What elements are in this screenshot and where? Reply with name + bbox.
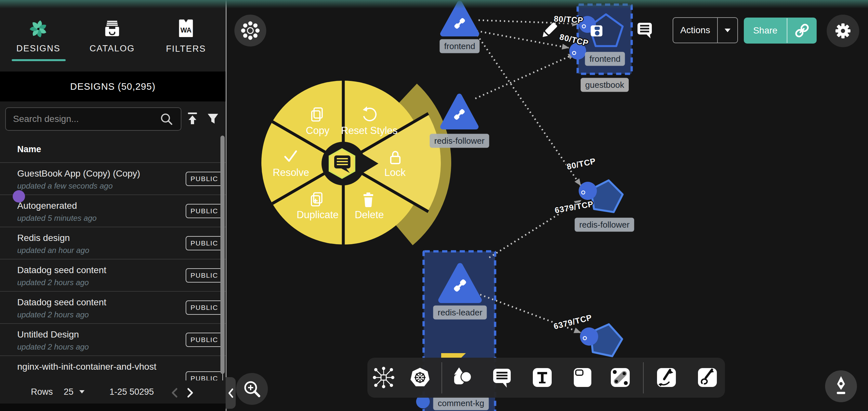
tab-filters[interactable]: WA FILTERS [157,5,215,67]
design-row[interactable]: Redis design updated an hour ago PUBLIC [0,227,226,260]
zoom-in-icon [238,375,266,403]
sidebar-footer [0,404,226,411]
catalog-icon [103,19,122,38]
filter-funnel-icon[interactable] [206,112,220,125]
visibility-badge: PUBLIC [186,204,223,218]
node-label: frontend [439,39,479,53]
canvas-toolbar [367,358,725,398]
pagination-range: 1-25 50295 [107,387,156,397]
next-page-button[interactable] [184,386,196,400]
connection-node-redis-follower[interactable] [443,96,476,127]
search-icon[interactable] [160,113,173,125]
designs-sidebar: DESIGNS CATALOG WA FILTERS DESIGNS (50,2… [0,0,226,411]
visibility-badge: PUBLIC [186,268,223,283]
tab-designs-label: DESIGNS [16,43,60,54]
text-tool-icon[interactable] [530,365,555,390]
node-label: redis-leader [433,306,487,320]
design-name: nginx-with-init-container-and-vhost [17,361,226,372]
chevron-down-icon [725,29,731,32]
edge-label: 80/TCP [554,14,584,25]
node-label: guestbook [581,78,629,92]
copy-link-action[interactable] [787,18,817,43]
pen-nib-icon [825,370,857,402]
designs-count-header: DESIGNS (50,295) [0,71,226,101]
pagination-bar: Rows 25 1-25 50295 [0,380,226,404]
chevron-down-icon[interactable] [79,390,85,393]
design-row[interactable]: Autogenerated updated 5 minutes ago PUBL… [0,195,226,227]
gear-icon [831,19,855,42]
visibility-badge: PUBLIC [186,371,223,380]
visibility-badge: PUBLIC [186,236,223,251]
actions-dropdown[interactable] [718,18,737,42]
visibility-badge: PUBLIC [186,300,223,315]
collaborator-avatar[interactable] [13,190,25,203]
rows-per-page-select[interactable]: 25 [64,387,73,397]
actions-label: Actions [673,18,717,42]
comment-tool-icon[interactable] [489,365,515,390]
node-label: comment-kg [433,397,489,410]
settings-button[interactable] [827,14,859,47]
freehand-draw-tool-icon[interactable] [695,365,720,390]
wasm-filter-icon: WA [177,19,195,39]
node-label: frontend [585,52,625,66]
tab-catalog[interactable]: CATALOG [83,5,142,67]
save-icon[interactable] [591,25,602,36]
design-row[interactable]: Datadog seed content updated 2 hours ago… [0,292,226,324]
list-scrollbar[interactable] [220,136,225,374]
share-label: Share [744,18,787,43]
tab-designs[interactable]: DESIGNS [9,5,68,67]
design-row[interactable]: Datadog seed content updated 2 hours ago… [0,260,226,292]
pen-tool-button[interactable] [825,370,857,402]
visibility-badge: PUBLIC [186,172,223,186]
comment-indicator-icon[interactable] [638,23,652,38]
search-input[interactable] [5,107,181,131]
design-row[interactable]: GuestBook App (Copy) (Copy) updated a fe… [0,163,226,195]
dot-cluster-icon [235,14,266,47]
tab-filters-label: FILTERS [166,44,206,54]
sidebar-canvas-divider [226,0,226,411]
tab-catalog-label: CATALOG [89,43,134,54]
relationship-link-icon[interactable] [608,365,633,390]
active-tab-underline [12,59,66,61]
pen-path-tool-icon[interactable] [654,365,679,390]
design-list: GuestBook App (Copy) (Copy) updated a fe… [0,162,226,380]
node-label: redis-follower [575,218,634,232]
chevron-left-icon [227,386,235,400]
toolbar-divider [441,362,442,393]
kanvas-app: { "app": { "accent": "#4db6a2", "node_bl… [0,0,868,411]
note-tool-icon[interactable] [570,365,595,390]
previous-page-button[interactable] [169,386,181,400]
column-header-name: Name [17,144,41,154]
zoom-in-button[interactable] [236,373,268,405]
link-icon [794,22,810,39]
toolbar-divider [643,362,644,393]
sidebar-collapse-handle[interactable] [226,377,236,409]
actions-button[interactable]: Actions [673,17,738,43]
meshery-logo-icon [29,19,48,38]
share-button[interactable]: Share [744,18,817,43]
design-row[interactable]: Untitled Design updated 2 hours ago PUBL… [0,324,226,356]
visibility-badge: PUBLIC [186,333,223,347]
publish-upload-icon[interactable] [185,111,199,126]
kubernetes-icon[interactable] [407,365,433,390]
edit-pencil-icon[interactable] [540,22,558,39]
rows-per-page-label: Rows [31,387,53,397]
node-label: redis-follower [430,134,489,148]
canvas-mode-button[interactable] [235,14,266,47]
connection-node-frontend[interactable] [443,3,476,34]
infrastructure-mesh-icon[interactable] [371,365,396,390]
svg-text:WA: WA [180,26,191,34]
design-row[interactable]: nginx-with-init-container-and-vhost PUBL… [0,356,226,380]
shapes-tool-icon[interactable] [450,365,475,390]
